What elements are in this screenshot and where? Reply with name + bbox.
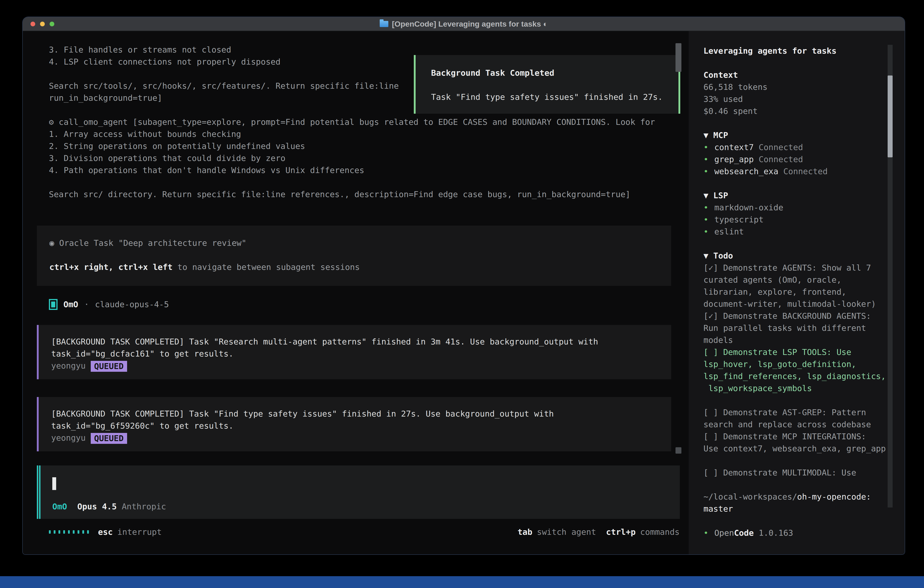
workspace-path: ~/local-workspaces/oh-my-opencode: <box>703 491 905 503</box>
message-meta: yeongyuQUEUED <box>51 360 671 372</box>
agent-name: OmO <box>63 298 78 311</box>
app-version: •OpenCode 1.0.163 <box>703 527 905 539</box>
context-heading: Context <box>703 69 905 81</box>
lsp-item: •eslint <box>703 226 905 238</box>
mcp-item: •grep_app Connected <box>703 153 905 165</box>
commands-hint[interactable]: ctrl+pcommands <box>606 526 680 538</box>
todo-item-line: lsp_find_references, lsp_diagnostics, <box>703 370 905 382</box>
todo-item-line: [ ] Demonstrate AST-GREP: Pattern <box>703 406 905 418</box>
message-line: [BACKGROUND TASK COMPLETED] Task "Find t… <box>51 408 671 420</box>
tab-hint[interactable]: tabswitch agent <box>518 526 596 538</box>
lsp-section-header[interactable]: ▼ LSP <box>703 189 905 202</box>
todo-item-line: search and replace across codebase <box>703 418 905 430</box>
input-model-name: Opus 4.5 <box>77 502 117 511</box>
status-dot-icon: • <box>703 528 708 537</box>
input-agent-name: OmO <box>52 502 67 511</box>
toast-body: Task "Find type safety issues" finished … <box>431 91 678 103</box>
todo-item-line: [✓] Demonstrate AGENTS: Show all 7 <box>703 262 905 274</box>
todo-item-line: curated agents (OmO, oracle, <box>703 274 905 286</box>
window-title: [OpenCode] Leveraging agents for tasks ◐ <box>392 18 548 30</box>
lsp-item: •markdown-oxide <box>703 202 905 213</box>
main-scrollbar-thumb-lower[interactable] <box>675 447 681 454</box>
todo-item-line: lsp_hover, lsp_goto_definition, <box>703 358 905 370</box>
context-spent: $0.46 spent <box>703 105 905 117</box>
message-line: task_id="bg_dcfac161" to get results. <box>51 348 671 360</box>
status-dot-icon: • <box>703 215 708 224</box>
toast-title: Background Task Completed <box>431 67 678 79</box>
folder-icon <box>380 21 388 27</box>
subagent-nav-hint: ctrl+x right, ctrl+x left to navigate be… <box>50 261 671 273</box>
omo-agent-icon <box>49 299 58 310</box>
todo-item-line: Run parallel tasks with different <box>703 322 905 334</box>
chat-main-area: 3. File handles or streams not closed4. … <box>23 31 689 554</box>
todo-section-header[interactable]: ▼ Todo <box>703 249 905 262</box>
agent-turn-header: OmO · claude-opus-4-5 <box>49 298 689 311</box>
activity-dots-icon <box>49 530 89 533</box>
desktop-taskbar <box>0 576 924 588</box>
todo-item-line: [✓] Demonstrate BACKGROUND AGENTS: <box>703 310 905 322</box>
mcp-item: •context7 Connected <box>703 141 905 153</box>
status-dot-icon: • <box>703 155 708 164</box>
background-task-message: [BACKGROUND TASK COMPLETED] Task "Resear… <box>37 325 671 379</box>
message-line: [BACKGROUND TASK COMPLETED] Task "Resear… <box>51 335 671 348</box>
status-dot-icon: • <box>703 227 708 236</box>
window-title-wrap: [OpenCode] Leveraging agents for tasks ◐ <box>23 17 905 31</box>
todo-item-line: [ ] Demonstrate LSP TOOLS: Use <box>703 346 905 358</box>
message-author: yeongyu <box>51 433 86 443</box>
message-meta: yeongyuQUEUED <box>51 432 671 444</box>
status-dot-icon: • <box>703 167 708 176</box>
todo-item-line: [ ] Demonstrate MCP INTEGRATIONS: <box>703 430 905 443</box>
todo-item-line: models <box>703 334 905 346</box>
context-tokens: 66,518 tokens <box>703 81 905 93</box>
status-bar: escinterrupt tabswitch agent ctrl+pcomma… <box>49 526 680 538</box>
hint-keys: ctrl+x right, ctrl+x left <box>50 263 173 272</box>
workspace-branch: master <box>703 503 905 515</box>
lsp-item: •typescript <box>703 213 905 226</box>
session-title: Leveraging agents for tasks <box>703 45 905 57</box>
todo-item-line: Use context7, websearch_exa, grep_app <box>703 443 905 454</box>
context-used: 33% used <box>703 93 905 105</box>
todo-item-line: librarian, explore, frontend, <box>703 286 905 298</box>
message-line: task_id="bg_6f59260c" to get results. <box>51 420 671 432</box>
todo-item-line: [ ] Demonstrate MULTIMODAL: Use <box>703 467 905 479</box>
agent-separator: · <box>84 298 89 311</box>
oracle-task-panel[interactable]: ◉ Oracle Task "Deep architecture review"… <box>37 226 671 286</box>
todo-item-line: document-writer, multimodal-looker) <box>703 298 905 310</box>
todo-item-line: lsp_workspace_symbols <box>703 382 905 394</box>
background-task-message: [BACKGROUND TASK COMPLETED] Task "Find t… <box>37 397 671 451</box>
sidebar-scrollbar-track[interactable] <box>888 45 893 507</box>
agent-model: claude-opus-4-5 <box>95 298 169 311</box>
background-task-toast[interactable]: Background Task Completed Task "Find typ… <box>414 55 680 114</box>
model-selector-row[interactable]: OmOOpus 4.5Anthropic <box>52 500 166 512</box>
session-sidebar: Leveraging agents for tasks Context 66,5… <box>689 31 905 554</box>
oracle-task-title: ◉ Oracle Task "Deep architecture review" <box>50 237 671 249</box>
queued-badge: QUEUED <box>91 433 127 444</box>
esc-hint[interactable]: escinterrupt <box>98 526 162 538</box>
lsp-list: •markdown-oxide•typescript•eslint <box>703 202 905 238</box>
mcp-item: •websearch_exa Connected <box>703 165 905 177</box>
todo-list: [✓] Demonstrate AGENTS: Show all 7curate… <box>703 262 905 479</box>
status-dot-icon: • <box>703 142 708 152</box>
mcp-section-header[interactable]: ▼ MCP <box>703 129 905 141</box>
main-scrollbar-thumb[interactable] <box>675 43 681 72</box>
sidebar-scrollbar-thumb[interactable] <box>888 76 893 157</box>
queued-badge: QUEUED <box>91 361 127 372</box>
mcp-list: •context7 Connected•grep_app Connected•w… <box>703 141 905 177</box>
message-author: yeongyu <box>51 361 86 370</box>
text-cursor <box>52 477 56 490</box>
window-titlebar[interactable]: [OpenCode] Leveraging agents for tasks ◐ <box>23 17 905 31</box>
prompt-input[interactable]: OmOOpus 4.5Anthropic <box>37 466 680 519</box>
status-dot-icon: • <box>703 203 708 212</box>
opencode-terminal-window: [OpenCode] Leveraging agents for tasks ◐… <box>22 17 905 555</box>
hint-rest: to navigate between subagent sessions <box>173 263 360 272</box>
input-provider-name: Anthropic <box>122 502 166 511</box>
